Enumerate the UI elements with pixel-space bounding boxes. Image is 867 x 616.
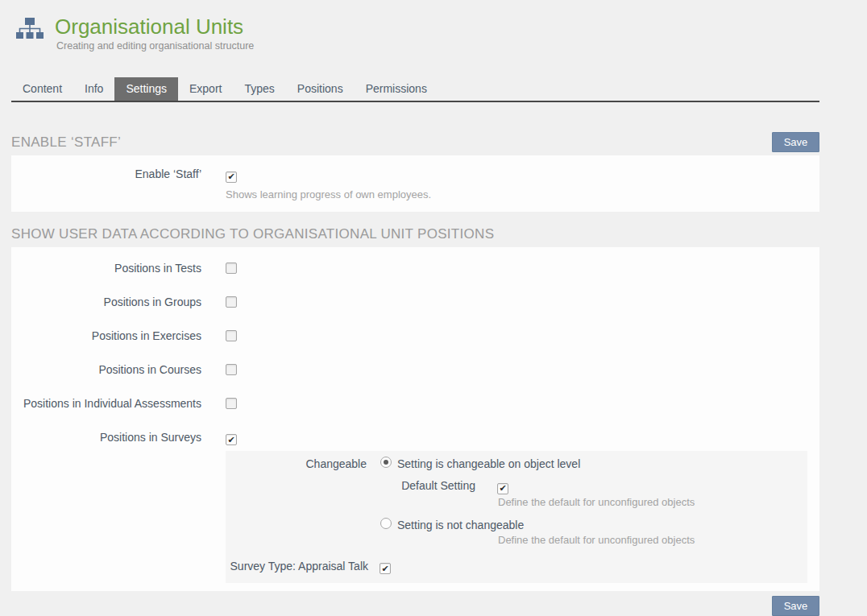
enable-staff-panel: Enable ‘Staff’ Shows learning progress o…: [11, 155, 819, 212]
positions-tests-checkbox[interactable]: [226, 263, 237, 274]
form-row-positions-tests: Positions in Tests: [11, 261, 819, 276]
org-chart-icon: [16, 17, 44, 53]
default-setting-cell: [497, 478, 508, 494]
tab-types[interactable]: Types: [233, 77, 285, 101]
form-row-enable-staff: Enable ‘Staff’ Shows learning progress o…: [11, 167, 819, 201]
section-title-positions: SHOW USER DATA ACCORDING TO ORGANISATION…: [11, 226, 494, 242]
survey-type-checkbox[interactable]: [380, 563, 391, 574]
positions-surveys-label: Positions in Surveys: [11, 430, 201, 584]
positions-panel: Positions in Tests Positions in Groups P…: [11, 247, 819, 592]
changeable-row: Changeable Setting is changeable on obje…: [226, 457, 807, 471]
default-setting-checkbox[interactable]: [497, 483, 508, 494]
tab-settings[interactable]: Settings: [114, 77, 178, 101]
tab-info[interactable]: Info: [73, 77, 114, 101]
section-head-positions: SHOW USER DATA ACCORDING TO ORGANISATION…: [11, 226, 819, 242]
form-row-positions-exercises: Positions in Exercises: [11, 329, 819, 344]
title-block: Organisational Units Creating and editin…: [55, 14, 254, 53]
form-row-positions-surveys: Positions in Surveys Changeable Setting …: [11, 430, 819, 584]
survey-type-row: Survey Type: Appraisal Talk: [226, 559, 807, 575]
tab-export[interactable]: Export: [178, 77, 233, 101]
form-row-positions-individual-assessments: Positions in Individual Assessments: [11, 396, 819, 411]
setting-not-changeable-radio[interactable]: [380, 518, 392, 529]
survey-type-cell: [380, 559, 391, 575]
section-title-enable-staff: ENABLE ‘STAFF’: [11, 134, 121, 151]
setting-changeable-radio[interactable]: [380, 457, 392, 468]
positions-exercises-label: Positions in Exercises: [11, 329, 201, 344]
form-row-positions-courses: Positions in Courses: [11, 362, 819, 378]
tab-positions[interactable]: Positions: [286, 77, 355, 101]
not-changeable-byline: Define the default for unconfigured obje…: [498, 534, 807, 547]
positions-courses-label: Positions in Courses: [11, 362, 201, 378]
enable-staff-control: Shows learning progress of own employees…: [226, 167, 431, 201]
changeable-option-wrap: Setting is changeable on object level: [380, 457, 580, 471]
positions-groups-checkbox[interactable]: [226, 296, 237, 308]
save-button-bottom[interactable]: Save: [772, 596, 819, 616]
form-row-positions-groups: Positions in Groups: [11, 295, 819, 310]
page-title: Organisational Units: [55, 14, 254, 39]
default-setting-row: Default Setting: [226, 478, 807, 494]
enable-staff-label: Enable ‘Staff’: [11, 167, 201, 201]
positions-tests-label: Positions in Tests: [11, 261, 201, 276]
page-content: Organisational Units Creating and editin…: [11, 0, 819, 616]
positions-surveys-checkbox[interactable]: [226, 434, 237, 445]
page-header: Organisational Units Creating and editin…: [11, 0, 819, 53]
setting-not-changeable-option-label: Setting is not changeable: [397, 518, 524, 532]
enable-staff-checkbox[interactable]: [226, 172, 237, 183]
positions-exercises-checkbox[interactable]: [226, 330, 237, 341]
default-setting-label: Default Setting: [226, 478, 475, 493]
default-setting-byline: Define the default for unconfigured obje…: [498, 496, 807, 509]
tab-bar: Content Info Settings Export Types Posit…: [11, 77, 819, 102]
tab-content[interactable]: Content: [11, 77, 73, 101]
changeable-label: Changeable: [226, 457, 367, 471]
section-head-enable-staff: ENABLE ‘STAFF’ Save: [11, 132, 819, 152]
bottom-actions: Save: [11, 596, 819, 616]
positions-courses-checkbox[interactable]: [226, 364, 237, 375]
save-button-top[interactable]: Save: [772, 132, 819, 152]
setting-changeable-option-label: Setting is changeable on object level: [397, 457, 580, 471]
surveys-subpanel: Changeable Setting is changeable on obje…: [226, 451, 807, 583]
enable-staff-byline: Shows learning progress of own employees…: [226, 188, 431, 201]
survey-type-label: Survey Type: Appraisal Talk: [226, 559, 368, 573]
positions-individual-assessments-checkbox[interactable]: [226, 398, 237, 409]
page-subtitle: Creating and editing organisational stru…: [56, 39, 254, 53]
positions-surveys-control: Changeable Setting is changeable on obje…: [226, 430, 807, 584]
positions-individual-assessments-label: Positions in Individual Assessments: [11, 396, 201, 411]
tab-permissions[interactable]: Permissions: [355, 77, 438, 101]
positions-groups-label: Positions in Groups: [11, 295, 201, 310]
not-changeable-row: Setting is not changeable: [380, 518, 807, 532]
